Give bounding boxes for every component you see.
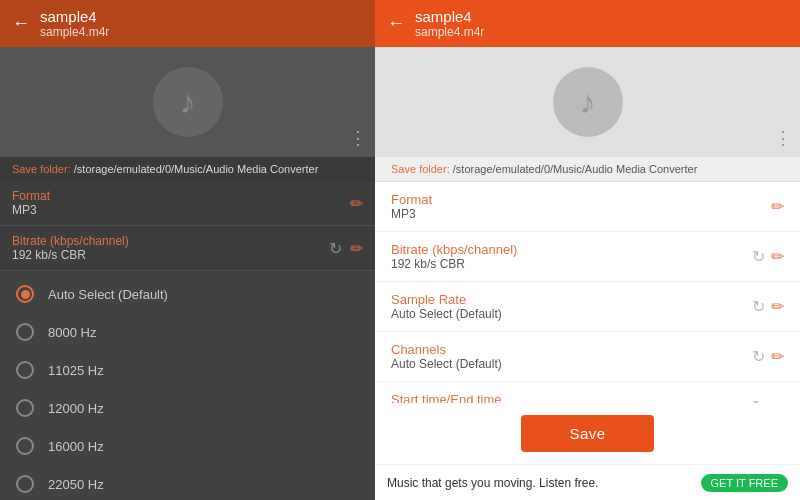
left-bitrate-label: Bitrate (kbps/channel)	[12, 234, 129, 248]
left-bitrate-edit-icon[interactable]: ✏	[350, 239, 363, 258]
right-more-icon[interactable]: ⋮	[774, 127, 792, 149]
right-setting-value: MP3	[391, 207, 432, 221]
right-refresh-icon[interactable]: ↻	[752, 247, 765, 266]
radio-item[interactable]: 16000 Hz	[0, 427, 375, 465]
right-save-folder-path: /storage/emulated/0/Music/Audio Media Co…	[453, 163, 698, 175]
radio-circle	[16, 323, 34, 341]
left-title: sample4	[40, 8, 109, 25]
right-setting-label: Channels	[391, 342, 502, 357]
left-bitrate-row: Bitrate (kbps/channel) 192 kb/s CBR ↻ ✏	[0, 226, 375, 271]
right-refresh-icon[interactable]: ↻	[752, 347, 765, 366]
radio-circle	[16, 437, 34, 455]
radio-circle	[16, 361, 34, 379]
right-setting-value: Auto Select (Default)	[391, 307, 502, 321]
left-panel: ← sample4 sample4.m4r ♪ ⋮ Save folder: /…	[0, 0, 375, 500]
left-save-folder: Save folder: /storage/emulated/0/Music/A…	[0, 157, 375, 181]
right-setting-label: Format	[391, 192, 432, 207]
radio-label: 22050 Hz	[48, 477, 104, 492]
right-save-folder-label: Save folder:	[391, 163, 450, 175]
right-edit-icon[interactable]: ✏	[771, 297, 784, 316]
left-format-edit-icon[interactable]: ✏	[350, 194, 363, 213]
left-music-note-icon: ♪	[153, 67, 223, 137]
right-edit-icon[interactable]: ✏	[771, 247, 784, 266]
right-setting-value: Auto Select (Default)	[391, 357, 502, 371]
radio-label: 12000 Hz	[48, 401, 104, 416]
radio-label: 8000 Hz	[48, 325, 96, 340]
right-edit-icon[interactable]: ✏	[771, 197, 784, 216]
right-save-folder: Save folder: /storage/emulated/0/Music/A…	[375, 157, 800, 182]
right-setting-row: ChannelsAuto Select (Default)↻✏	[375, 332, 800, 382]
left-format-row: Format MP3 ✏	[0, 181, 375, 226]
ad-text: Music that gets you moving. Listen free.	[387, 476, 701, 490]
right-setting-label: Bitrate (kbps/channel)	[391, 242, 517, 257]
right-setting-row: Bitrate (kbps/channel)192 kb/s CBR↻✏	[375, 232, 800, 282]
save-btn-area: Save	[375, 403, 800, 464]
left-bitrate-value: 192 kb/s CBR	[12, 248, 129, 262]
right-title: sample4	[415, 8, 484, 25]
radio-label: 16000 Hz	[48, 439, 104, 454]
left-back-button[interactable]: ←	[12, 13, 30, 34]
left-save-folder-path: /storage/emulated/0/Music/Audio Media Co…	[74, 163, 319, 175]
left-header-text: sample4 sample4.m4r	[40, 8, 109, 39]
left-bitrate-refresh-icon[interactable]: ↻	[329, 239, 342, 258]
ad-cta-button[interactable]: GET IT FREE	[701, 474, 788, 492]
radio-item[interactable]: Auto Select (Default)	[0, 275, 375, 313]
right-subtitle: sample4.m4r	[415, 25, 484, 39]
left-header: ← sample4 sample4.m4r	[0, 0, 375, 47]
ad-banner: Music that gets you moving. Listen free.…	[375, 464, 800, 500]
left-subtitle: sample4.m4r	[40, 25, 109, 39]
right-header: ← sample4 sample4.m4r	[375, 0, 800, 47]
left-format-value: MP3	[12, 203, 50, 217]
right-back-button[interactable]: ←	[387, 13, 405, 34]
left-radio-list: Auto Select (Default)8000 Hz11025 Hz1200…	[0, 271, 375, 500]
right-header-text: sample4 sample4.m4r	[415, 8, 484, 39]
radio-label: 11025 Hz	[48, 363, 104, 378]
right-panel: ← sample4 sample4.m4r ♪ ⋮ Save folder: /…	[375, 0, 800, 500]
left-more-icon[interactable]: ⋮	[349, 127, 367, 149]
right-setting-row: Sample RateAuto Select (Default)↻✏	[375, 282, 800, 332]
left-save-folder-label: Save folder:	[12, 163, 71, 175]
right-music-note-icon: ♪	[553, 67, 623, 137]
radio-label: Auto Select (Default)	[48, 287, 168, 302]
right-refresh-icon[interactable]: ↻	[752, 297, 765, 316]
radio-circle	[16, 475, 34, 493]
right-settings: FormatMP3✏Bitrate (kbps/channel)192 kb/s…	[375, 182, 800, 403]
save-button[interactable]: Save	[521, 415, 653, 452]
radio-circle	[16, 399, 34, 417]
right-setting-label: Start time/End time	[391, 392, 502, 403]
right-album-art: ♪ ⋮	[375, 47, 800, 157]
left-album-art: ♪ ⋮	[0, 47, 375, 157]
right-setting-value: 192 kb/s CBR	[391, 257, 517, 271]
radio-item[interactable]: 12000 Hz	[0, 389, 375, 427]
radio-item[interactable]: 11025 Hz	[0, 351, 375, 389]
right-setting-row: Start time/End time00:00:0-0:00:30:0↻✏	[375, 382, 800, 403]
right-setting-label: Sample Rate	[391, 292, 502, 307]
radio-circle	[16, 285, 34, 303]
radio-item[interactable]: 8000 Hz	[0, 313, 375, 351]
right-edit-icon[interactable]: ✏	[771, 347, 784, 366]
left-format-label: Format	[12, 189, 50, 203]
right-setting-row: FormatMP3✏	[375, 182, 800, 232]
radio-item[interactable]: 22050 Hz	[0, 465, 375, 500]
